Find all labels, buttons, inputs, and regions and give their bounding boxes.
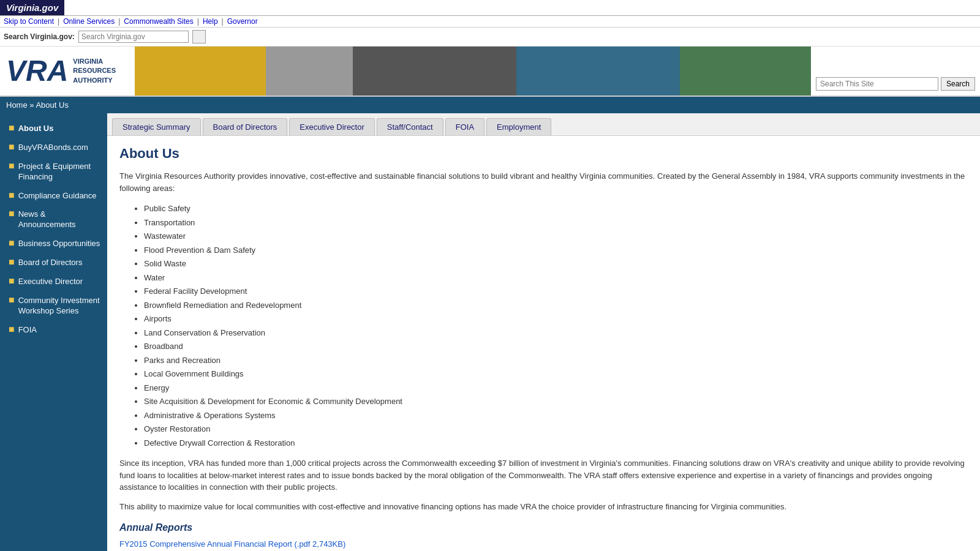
- logo-line1: Virginia: [73, 57, 116, 66]
- logo-abbr: VRA: [6, 56, 68, 86]
- banner-seg-yellow: [135, 47, 266, 96]
- tab-foia[interactable]: FOIA: [445, 118, 484, 135]
- bullet-list-item: Local Government Buildings: [144, 368, 968, 380]
- tab-strategic-summary[interactable]: Strategic Summary: [112, 118, 201, 135]
- sidebar: ■ About Us ■ BuyVRABonds.com ■ Project &…: [0, 113, 107, 551]
- logo-line3: Authority: [73, 76, 116, 85]
- bullet-list-item: Solid Waste: [144, 258, 968, 270]
- virginia-gov-badge: Virginia.gov: [0, 0, 64, 15]
- bullet-list-item: Public Safety: [144, 203, 968, 215]
- banner-seg-green: [680, 47, 811, 96]
- site-header: VRA Virginia Resources Authority Search: [0, 47, 980, 97]
- sidebar-item-board-of-directors[interactable]: ■ Board of Directors: [0, 253, 107, 272]
- tab-employment[interactable]: Employment: [486, 118, 551, 135]
- bullet-list-item: Federal Facility Development: [144, 285, 968, 298]
- bullet-list-item: Transportation: [144, 217, 968, 229]
- skip-to-content-link[interactable]: Skip to Content: [4, 17, 54, 26]
- sidebar-item-label: News & Announcements: [18, 209, 101, 230]
- sidebar-item-label: Compliance Guidance: [18, 191, 97, 201]
- bullet-list-item: Oyster Restoration: [144, 423, 968, 435]
- commonwealth-sites-link[interactable]: Commonwealth Sites: [124, 17, 193, 26]
- governor-link[interactable]: Governor: [227, 17, 258, 26]
- intro-text: The Virginia Resources Authority provide…: [119, 170, 968, 194]
- logo-area: VRA Virginia Resources Authority: [0, 47, 135, 96]
- sidebar-item-label: About Us: [18, 124, 54, 134]
- tab-staff-contact[interactable]: Staff/Contact: [377, 118, 443, 135]
- sep4: |: [222, 17, 224, 26]
- sidebar-item-business-opportunities[interactable]: ■ Business Opportunities: [0, 234, 107, 253]
- sidebar-item-label: Community Investment Workshop Series: [18, 296, 101, 317]
- site-search-input[interactable]: [816, 77, 938, 91]
- bullet-list-item: Wastewater: [144, 230, 968, 242]
- breadcrumb-sep: »: [29, 100, 34, 110]
- banner-seg-blue: [516, 47, 680, 96]
- bullet-list-item: Flood Prevention & Dam Safety: [144, 244, 968, 257]
- bullet-list-item: Site Acquisition & Development for Econo…: [144, 395, 968, 408]
- sidebar-item-compliance-guidance[interactable]: ■ Compliance Guidance: [0, 187, 107, 206]
- sidebar-item-label: Executive Director: [18, 277, 83, 287]
- logo-line2: Resources: [73, 66, 116, 75]
- sidebar-item-news-announcements[interactable]: ■ News & Announcements: [0, 205, 107, 234]
- banner-seg-dark: [353, 47, 516, 96]
- sidebar-item-about-us[interactable]: ■ About Us: [0, 119, 107, 138]
- tabs: Strategic Summary Board of Directors Exe…: [107, 113, 980, 136]
- sidebar-bullet: ■: [9, 190, 15, 201]
- bullet-list-item: Parks and Recreation: [144, 354, 968, 367]
- bullet-list-item: Airports: [144, 313, 968, 325]
- sep1: |: [58, 17, 59, 26]
- sidebar-item-project-financing[interactable]: ■ Project & Equipment Financing: [0, 157, 107, 187]
- bullet-list-item: Land Conservation & Preservation: [144, 327, 968, 339]
- tab-executive-director[interactable]: Executive Director: [289, 118, 374, 135]
- sidebar-item-label: Board of Directors: [18, 258, 83, 268]
- page-title: About Us: [119, 146, 968, 162]
- sidebar-item-executive-director[interactable]: ■ Executive Director: [0, 272, 107, 291]
- sidebar-item-label: Business Opportunities: [18, 239, 100, 249]
- banner-image: [135, 47, 811, 96]
- sidebar-item-label: FOIA: [18, 325, 37, 335]
- sidebar-bullet: ■: [9, 294, 15, 305]
- va-search-bar: Search Virginia.gov:: [0, 28, 980, 47]
- breadcrumb-home[interactable]: Home: [6, 100, 28, 110]
- bullet-list-item: Defective Drywall Correction & Restorati…: [144, 437, 968, 449]
- sidebar-item-label: BuyVRABonds.com: [18, 143, 88, 153]
- sidebar-bullet: ■: [9, 324, 15, 335]
- breadcrumb-current: About Us: [36, 100, 68, 110]
- bullet-list-item: Water: [144, 272, 968, 284]
- banner-seg-gray: [266, 47, 353, 96]
- sidebar-bullet: ■: [9, 208, 15, 219]
- online-services-link[interactable]: Online Services: [63, 17, 115, 26]
- annual-report-link[interactable]: FY2015 Comprehensive Annual Financial Re…: [119, 539, 968, 549]
- sidebar-item-label: Project & Equipment Financing: [18, 162, 101, 182]
- bullet-list-item: Energy: [144, 382, 968, 394]
- content-area: Strategic Summary Board of Directors Exe…: [107, 113, 980, 551]
- tab-board-of-directors[interactable]: Board of Directors: [203, 118, 288, 135]
- breadcrumb: Home » About Us: [0, 97, 980, 113]
- main-content: About Us The Virginia Resources Authorit…: [107, 136, 980, 551]
- annual-reports-title: Annual Reports: [119, 522, 968, 533]
- bullet-list: Public SafetyTransportationWastewaterFlo…: [144, 203, 968, 449]
- bullet-list-item: Broadband: [144, 340, 968, 353]
- para3: This ability to maximize value for local…: [119, 501, 968, 513]
- sep3: |: [197, 17, 199, 26]
- site-search-area: Search: [811, 47, 980, 96]
- sidebar-bullet: ■: [9, 238, 15, 249]
- sidebar-bullet: ■: [9, 257, 15, 268]
- sidebar-item-foia[interactable]: ■ FOIA: [0, 321, 107, 340]
- logo-text: Virginia Resources Authority: [73, 57, 116, 85]
- sidebar-item-buy-vra-bonds[interactable]: ■ BuyVRABonds.com: [0, 138, 107, 157]
- help-link[interactable]: Help: [203, 17, 218, 26]
- sep2: |: [118, 17, 120, 26]
- para2: Since its inception, VRA has funded more…: [119, 457, 968, 493]
- site-search-button[interactable]: Search: [941, 77, 975, 91]
- va-search-label: Search Virginia.gov:: [4, 32, 75, 41]
- va-search-input[interactable]: [78, 31, 189, 43]
- main-layout: ■ About Us ■ BuyVRABonds.com ■ Project &…: [0, 113, 980, 551]
- sidebar-bullet: ■: [9, 141, 15, 152]
- sidebar-bullet: ■: [9, 160, 15, 171]
- top-bar: Skip to Content | Online Services | Comm…: [0, 16, 980, 28]
- bullet-list-item: Administrative & Operations Systems: [144, 410, 968, 422]
- sidebar-bullet: ■: [9, 276, 15, 287]
- va-search-button[interactable]: [192, 30, 206, 43]
- sidebar-bullet: ■: [9, 122, 15, 133]
- sidebar-item-community-investment[interactable]: ■ Community Investment Workshop Series: [0, 291, 107, 321]
